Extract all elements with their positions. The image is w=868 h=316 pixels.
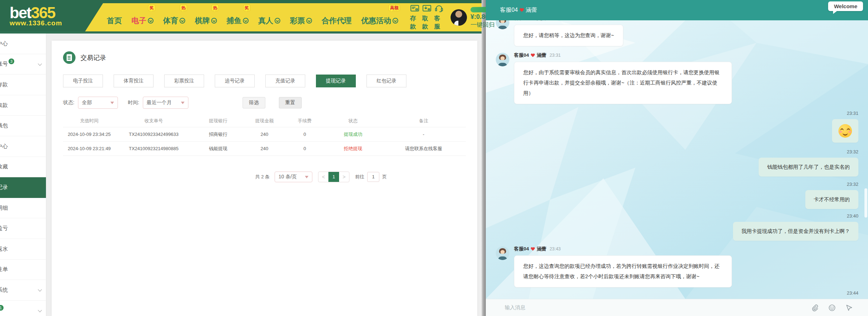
user-message: 23:40我用卡提现成功了，但是资金并没有到卡上啊？ — [486, 213, 868, 241]
sidebar-item-注单[interactable]: 注单 — [0, 260, 46, 280]
nav-item-6[interactable]: 真人 — [258, 16, 280, 26]
prev-page-button[interactable]: < — [318, 174, 328, 180]
chat-agent-title: 客服04涵蕾 — [500, 6, 537, 14]
sidebar-item-more-13[interactable]: 1 — [0, 301, 46, 316]
deposit-button[interactable]: 存款 — [410, 4, 420, 31]
chat-scrollbar-thumb[interactable] — [864, 188, 867, 218]
sidebar-item-label: 取款 — [0, 102, 8, 109]
sidebar-item-收藏[interactable]: 收藏 — [0, 157, 46, 178]
nav-item-3[interactable]: 热体育 — [163, 16, 185, 26]
tab-电子投注[interactable]: 电子投注 — [63, 75, 103, 87]
chevron-circle-icon — [275, 18, 280, 24]
message-input[interactable]: 输入消息 — [505, 304, 802, 311]
window-divider-scrollbar[interactable] — [482, 0, 486, 316]
sidebar-item-盈亏[interactable]: 盈亏 — [0, 218, 46, 239]
notification-badge: 3 — [9, 58, 14, 64]
nav-item-4[interactable]: 热棋牌 — [195, 16, 217, 26]
tab-追号记录[interactable]: 追号记录 — [215, 75, 255, 87]
column-header: 手续费 — [285, 118, 325, 124]
nav-item-1[interactable]: 首页 — [107, 16, 122, 26]
column-header: 状态 — [325, 118, 381, 124]
tab-体育投注[interactable]: 体育投注 — [114, 75, 154, 87]
sidebar-item-label: 钱包 — [0, 122, 8, 129]
sidebar-item-label: 记录 — [0, 184, 8, 191]
send-icon[interactable] — [845, 304, 853, 312]
tab-充值记录[interactable]: 充值记录 — [265, 75, 305, 87]
current-page-button[interactable]: 1 — [328, 172, 339, 182]
message-time: 23:43 — [550, 246, 561, 251]
next-page-button[interactable]: > — [339, 174, 349, 180]
customer-service-chat-window: 客服04涵蕾23:30您好，请您稍等，这边为您查询，谢谢~客服04涵蕾23:31… — [486, 0, 868, 316]
records-table: 充值时间收支单号提现银行提现金额手续费状态备注2024-10-09 23:34:… — [63, 114, 466, 156]
column-header: 备注 — [381, 118, 466, 124]
transaction-records-card: 交易记录 电子投注体育投注彩票投注追号记录充值记录提现记录红包记录 状态: 全部… — [52, 41, 477, 316]
dropdown-arrow-icon — [181, 102, 184, 106]
cell-note: - — [381, 132, 466, 137]
record-tabs: 电子投注体育投注彩票投注追号记录充值记录提现记录红包记录 — [63, 75, 466, 87]
reset-button[interactable]: 重置 — [279, 97, 302, 108]
time-label: 时间: — [128, 100, 139, 106]
agent-name: 涵蕾 — [537, 246, 546, 252]
tab-红包记录[interactable]: 红包记录 — [367, 75, 406, 87]
status-select[interactable]: 全部 — [78, 97, 118, 109]
customer-service-button[interactable]: 客服 — [434, 4, 444, 31]
document-icon — [63, 51, 76, 64]
sidebar-item-记录[interactable]: 记录 — [0, 177, 46, 198]
tab-彩票投注[interactable]: 彩票投注 — [164, 75, 204, 87]
sidebar-item-返水[interactable]: 返水 — [0, 239, 46, 260]
tab-提现记录[interactable]: 提现记录 — [316, 75, 356, 87]
column-header: 提现银行 — [192, 118, 244, 124]
agent-name-row: 客服04涵蕾23:43 — [514, 246, 561, 252]
chevron-circle-icon — [243, 18, 249, 24]
sidebar-item-存款[interactable]: 存款 — [0, 75, 46, 95]
filter-button[interactable]: 筛选 — [243, 97, 265, 108]
sidebar-item-中心[interactable]: 中心 — [0, 34, 46, 54]
cell-order: TX24100923214980885 — [115, 146, 192, 151]
message-time: 23:32 — [847, 182, 858, 187]
sidebar-item-label: 存款 — [0, 81, 8, 88]
attachment-icon[interactable] — [811, 304, 819, 312]
column-header: 收支单号 — [115, 118, 192, 124]
nav-item-9[interactable]: 高额优惠活动 — [361, 16, 398, 26]
nav-item-2[interactable]: 奖电子 — [131, 16, 154, 26]
one-key-back-button[interactable]: 一键回归 — [471, 21, 525, 28]
nav-item-8[interactable]: 合作代理 — [322, 16, 352, 26]
sidebar-item-钱包[interactable]: 钱包 — [0, 116, 46, 136]
notification-badge: 1 — [0, 305, 4, 311]
cell-status: 提现成功 — [325, 131, 381, 138]
chat-message-list: 客服04涵蕾23:30您好，请您稍等，这边为您查询，谢谢~客服04涵蕾23:31… — [486, 0, 868, 299]
agent-name: 客服04 — [514, 246, 529, 252]
nav-item-5[interactable]: 奖捕鱼 — [227, 16, 249, 26]
page-title: 交易记录 — [80, 53, 106, 62]
heart-icon — [531, 53, 535, 57]
sidebar-item-明细[interactable]: 明细 — [0, 198, 46, 219]
emoji-picker-icon[interactable] — [828, 304, 836, 312]
withdraw-button[interactable]: 取款 — [422, 4, 432, 31]
bet365-logo[interactable]: bet365 www.1336.com — [0, 0, 105, 31]
sidebar-item-取款[interactable]: 取款 — [0, 95, 46, 116]
page-size-select[interactable]: 10 条/页 — [275, 172, 312, 182]
user-message: 23:44好吧，我等待一会 — [486, 290, 868, 299]
smiling-blush-emoji — [838, 124, 852, 138]
dropdown-arrow-icon — [110, 102, 114, 106]
time-select[interactable]: 最近一个月 — [143, 97, 188, 109]
sidebar-item-label: 中心 — [0, 143, 8, 150]
nav-item-label: 体育 — [163, 16, 178, 26]
logo-url: www.1336.com — [10, 19, 105, 27]
nav-item-label: 彩票 — [290, 16, 305, 26]
promo-badge: 热 — [180, 5, 187, 11]
headset-icon — [434, 4, 444, 14]
sidebar-item-中心[interactable]: 中心 — [0, 136, 46, 157]
sidebar-item-label: 账号 — [0, 61, 8, 67]
sidebar-item-账号[interactable]: 账号3 — [0, 54, 46, 75]
cell-bank: 招商银行 — [192, 131, 244, 138]
chevron-down-icon — [38, 62, 42, 66]
goto-page-input[interactable]: 1 — [367, 172, 379, 182]
agent-name-row: 客服04涵蕾23:31 — [514, 52, 561, 58]
sidebar-item-系统[interactable]: 系统 — [0, 280, 46, 301]
column-header: 提现金额 — [244, 118, 285, 124]
page-content: 中心账号3存款取款钱包中心收藏记录明细盈亏返水注单系统1 交易记录 电子投注体育… — [0, 34, 482, 316]
nav-item-7[interactable]: 彩票 — [290, 16, 312, 26]
promo-badge: 奖 — [244, 5, 250, 11]
nav-item-label: 合作代理 — [322, 16, 352, 26]
